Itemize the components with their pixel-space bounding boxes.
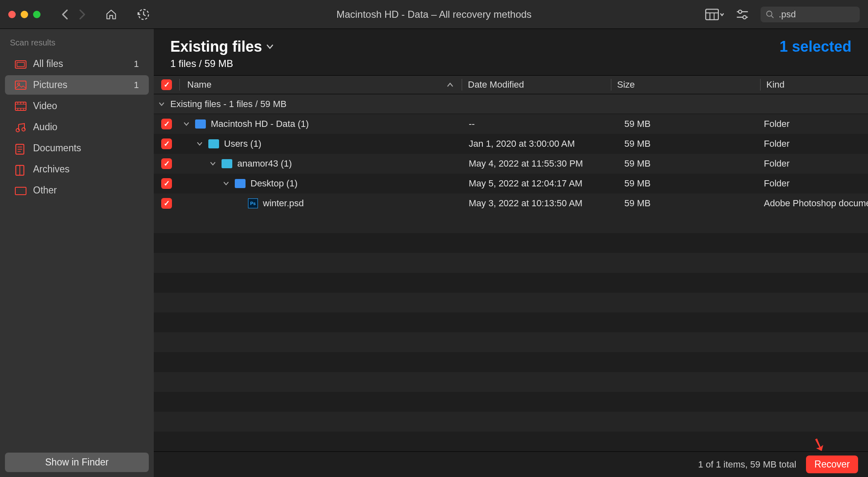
row-kind: Folder [761,158,868,169]
history-button[interactable] [136,8,150,21]
traffic-lights [8,11,41,18]
row-name-cell: Users (1) [179,138,463,149]
row-size: 59 MB [612,198,761,209]
audio-icon [15,123,26,132]
fullscreen-window-button[interactable] [33,11,41,18]
svg-point-14 [18,83,20,85]
sidebar: Scan results All files 1 Pictures 1 Vide… [0,29,154,477]
svg-point-8 [743,15,746,19]
content-panel: Existing files 1 files / 59 MB 1 selecte… [154,29,868,477]
view-mode-button[interactable] [705,9,724,20]
svg-point-6 [739,10,742,13]
row-checkbox[interactable]: ✓ [154,158,179,169]
chevron-down-icon[interactable] [197,141,203,146]
documents-icon [15,144,26,153]
column-date-header[interactable]: Date Modified [462,79,611,90]
row-name-cell: Desktop (1) [179,178,463,189]
svg-rect-1 [706,9,718,19]
heading-dropdown[interactable]: Existing files [170,38,274,55]
content-header: Existing files 1 files / 59 MB 1 selecte… [154,29,868,75]
row-checkbox[interactable]: ✓ [154,178,179,189]
archives-icon [15,165,26,174]
sidebar-item-video[interactable]: Video [5,96,149,116]
sidebar-item-all-files[interactable]: All files 1 [5,54,149,74]
back-button[interactable] [61,9,69,20]
settings-button[interactable] [736,9,749,20]
row-date: Jan 1, 2020 at 3:00:00 AM [463,138,612,149]
folder-icon [208,139,219,148]
pictures-icon [15,81,26,90]
sidebar-item-archives[interactable]: Archives [5,160,149,179]
forward-button[interactable] [79,9,86,20]
footer-status: 1 of 1 items, 59 MB total [698,459,796,470]
svg-rect-13 [15,81,26,89]
sidebar-item-label: Archives [33,164,139,175]
sort-ascending-icon [447,82,453,87]
select-all-checkbox[interactable]: ✓ [161,79,172,90]
row-name: Desktop (1) [250,178,298,189]
home-button[interactable] [105,9,117,20]
all-files-icon [15,60,26,69]
sidebar-item-label: Audio [33,122,139,133]
file-list: ✓Macintosh HD - Data (1)--59 MBFolder✓Us… [154,114,868,451]
row-date: May 4, 2022 at 11:55:30 PM [463,158,612,169]
sidebar-item-label: All files [33,58,134,69]
column-kind-header[interactable]: Kind [761,79,868,90]
group-label: Existing files - 1 files / 59 MB [170,99,286,110]
file-row[interactable]: ✓Macintosh HD - Data (1)--59 MBFolder [154,114,868,134]
titlebar: Macintosh HD - Data – All recovery metho… [0,0,868,29]
sidebar-item-documents[interactable]: Documents [5,138,149,158]
file-row[interactable]: ✓Desktop (1)May 5, 2022 at 12:04:17 AM59… [154,174,868,193]
photoshop-file-icon: Ps [248,198,258,208]
file-row[interactable]: ✓Users (1)Jan 1, 2020 at 3:00:00 AM59 MB… [154,134,868,154]
recover-button[interactable]: Recover [806,456,858,473]
row-name-cell: Macintosh HD - Data (1) [179,119,463,129]
row-name-cell: Pswinter.psd [179,198,463,209]
chevron-down-icon[interactable] [184,122,190,126]
window-title: Macintosh HD - Data – All recovery metho… [336,9,532,20]
row-checkbox[interactable]: ✓ [154,138,179,149]
row-size: 59 MB [612,158,761,169]
main-area: Scan results All files 1 Pictures 1 Vide… [0,29,868,477]
row-name-cell: anamor43 (1) [179,158,463,169]
row-date: -- [463,119,612,129]
row-date: May 5, 2022 at 12:04:17 AM [463,178,612,189]
search-icon [765,10,775,19]
sidebar-item-count: 1 [134,80,139,91]
svg-rect-12 [17,62,24,67]
chevron-down-icon[interactable] [210,161,217,166]
folder-icon [195,119,206,129]
folder-icon [235,179,246,188]
show-in-finder-button[interactable]: Show in Finder [5,453,149,472]
content-subheading: 1 files / 59 MB [170,58,274,69]
row-kind: Adobe Photoshop document [761,198,868,209]
file-row[interactable]: ✓anamor43 (1)May 4, 2022 at 11:55:30 PM5… [154,154,868,174]
file-row[interactable]: ✓Pswinter.psdMay 3, 2022 at 10:13:50 AM5… [154,193,868,213]
other-icon [15,186,26,195]
chevron-down-icon[interactable] [223,181,230,186]
video-icon [15,102,26,111]
search-input[interactable] [779,9,868,20]
column-size-header[interactable]: Size [611,79,760,90]
selected-count[interactable]: 1 selected [780,38,851,55]
sidebar-item-label: Other [33,185,139,196]
sidebar-item-label: Documents [33,143,139,154]
sidebar-item-other[interactable]: Other [5,181,149,200]
row-checkbox[interactable]: ✓ [154,119,179,129]
column-checkbox-header[interactable]: ✓ [154,79,179,90]
svg-rect-33 [15,187,26,195]
sidebar-footer: Show in Finder [0,448,154,477]
svg-point-9 [767,11,772,16]
sidebar-item-audio[interactable]: Audio [5,117,149,137]
sidebar-item-pictures[interactable]: Pictures 1 [5,75,149,95]
folder-icon [222,159,232,168]
column-name-header[interactable]: Name [180,79,462,90]
close-window-button[interactable] [8,11,16,18]
search-field[interactable]: ✕ [761,7,860,22]
content-heading: Existing files [170,38,262,55]
minimize-window-button[interactable] [21,11,28,18]
chevron-down-icon [266,44,274,50]
row-checkbox[interactable]: ✓ [154,198,179,209]
sidebar-item-count: 1 [134,59,139,69]
group-row[interactable]: Existing files - 1 files / 59 MB [154,94,868,114]
